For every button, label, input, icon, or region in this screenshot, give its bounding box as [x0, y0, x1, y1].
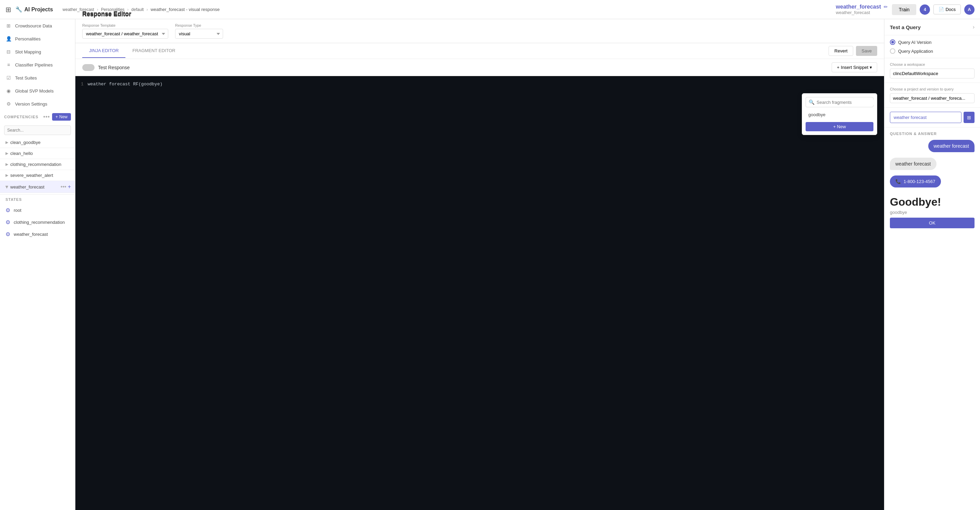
right-panel: Test a Query › Query AI Version Query Ap… [884, 19, 980, 510]
competency-plus-button[interactable]: + [68, 184, 71, 190]
arrow-down-icon: ▶ [5, 185, 9, 188]
competency-dots-button[interactable]: ••• [60, 184, 67, 190]
chevron-right-icon[interactable]: › [973, 24, 975, 30]
goodbye-action-button[interactable]: OK [890, 218, 975, 228]
competency-clean-goodbye[interactable]: ▶ clean_goodbye [0, 137, 75, 148]
grid-icon[interactable]: ⊞ [5, 5, 11, 14]
query-send-button[interactable]: ⊞ [964, 112, 975, 123]
competency-label: clean_goodbye [10, 140, 40, 145]
tab-toolbar-row: JINJA EDITOR FRAGMENT EDITOR Revert Save [75, 43, 884, 59]
project-name-link[interactable]: weather_forecast [836, 4, 881, 10]
competency-label: severe_weather_alert [10, 173, 53, 178]
state-clothing[interactable]: ⚙ clothing_recommendation [0, 216, 75, 228]
breadcrumb-level2[interactable]: default [131, 7, 143, 12]
states-label: STATES [5, 198, 22, 202]
competency-weather-forecast[interactable]: ▶ weather_forecast ••• + [0, 181, 75, 193]
response-template-select[interactable]: weather_forecast / weather_forecast [82, 29, 168, 39]
fragment-item-goodbye[interactable]: goodbye [806, 110, 873, 119]
classifier-icon: ≡ [5, 62, 12, 68]
project-version-select[interactable]: weather_forecast / weather_foreca... [890, 93, 975, 103]
radio-query-app[interactable]: Query Application [890, 48, 975, 54]
sidebar-label-global-svp: Global SVP Models [15, 88, 54, 94]
competency-search-input[interactable] [4, 126, 71, 135]
competency-severe-weather[interactable]: ▶ severe_weather_alert [0, 170, 75, 181]
top-navigation: ⊞ 🔧 AI Projects weather_forecast › Perso… [0, 0, 980, 19]
revert-button[interactable]: Revert [829, 46, 853, 56]
slot-mapping-icon: ⊟ [5, 49, 12, 55]
competency-clothing[interactable]: ▶ clothing_recommendation [0, 159, 75, 170]
response-type-group: Response Type visual [175, 23, 223, 39]
sidebar-item-global-svp[interactable]: ◉ Global SVP Models [0, 84, 75, 97]
query-input-field[interactable] [890, 112, 961, 123]
sidebar-label-personalities: Personalities [15, 36, 40, 41]
competencies-more-icon[interactable]: ••• [43, 114, 50, 120]
sidebar-item-version-settings[interactable]: ⚙ Version Settings [0, 97, 75, 110]
search-icon: 🔍 [809, 99, 815, 105]
bubble-weather-right: weather forecast [928, 140, 975, 152]
workspace-label: Choose a workspace [890, 62, 975, 67]
user-avatar[interactable]: A [964, 5, 975, 15]
radio-ai-circle [890, 40, 896, 45]
fragment-search-input[interactable] [816, 100, 874, 105]
goodbye-heading: Goodbye! [890, 196, 975, 209]
chevron-down-icon: ▾ [870, 65, 872, 70]
project-sub-label: weather_forecast [836, 10, 888, 15]
sidebar-item-crowdsource[interactable]: ⊞ Crowdsource Data [0, 19, 75, 32]
insert-snippet-button[interactable]: + Insert Snippet ▾ [832, 62, 877, 72]
qa-header-label: QUESTION & ANSWER [890, 132, 975, 136]
state-label-clothing: clothing_recommendation [14, 220, 65, 225]
radio-app-circle [890, 48, 896, 54]
tab-fragment-editor[interactable]: FRAGMENT EDITOR [126, 44, 182, 58]
competency-clean-hello[interactable]: ▶ clean_hello [0, 148, 75, 159]
tab-jinja-editor[interactable]: JINJA EDITOR [82, 44, 126, 58]
workspace-select[interactable]: clincDefaultWorkspace [890, 69, 975, 78]
new-label: New [59, 115, 67, 119]
sidebar-item-slot-mapping[interactable]: ⊟ Slot Mapping [0, 45, 75, 58]
notification-button[interactable]: 4 [920, 5, 930, 15]
sidebar-label-slot-mapping: Slot Mapping [15, 49, 41, 54]
plus-icon: + [56, 115, 58, 119]
sidebar-item-classifier[interactable]: ≡ Classifier Pipelines [0, 58, 75, 71]
bubble-phone[interactable]: 📞 1-800-123-4567 [890, 175, 941, 188]
test-response-toggle[interactable] [82, 64, 95, 71]
breadcrumb-current: weather_forecast - visual response [150, 7, 220, 12]
sidebar-label-test-suites: Test Suites [15, 75, 37, 81]
sidebar-item-personalities[interactable]: 👤 Personalities [0, 32, 75, 45]
competency-label: clean_hello [10, 151, 33, 156]
send-icon: ⊞ [967, 115, 971, 120]
code-area[interactable]: 1 weather forecast RF(goodbye) [75, 76, 884, 510]
personalities-icon: 👤 [5, 36, 12, 42]
query-input-section: ⊞ [885, 108, 980, 128]
phone-icon: 📞 [896, 179, 901, 184]
fragment-dropdown: 🔍 goodbye + New [802, 93, 877, 135]
edit-icon[interactable]: ✏ [884, 4, 888, 10]
docs-button[interactable]: 📄 Docs [934, 5, 961, 14]
right-panel-title: Test a Query [890, 24, 921, 30]
arrow-icon: ▶ [5, 151, 8, 156]
fragment-new-button[interactable]: + New [806, 122, 873, 131]
app-title: 🔧 AI Projects [16, 6, 53, 13]
workspace-section: Choose a workspace clincDefaultWorkspace [885, 58, 980, 83]
sidebar-item-test-suites[interactable]: ☑ Test Suites [0, 71, 75, 84]
sidebar-label-crowdsource: Crowdsource Data [15, 23, 52, 29]
train-button[interactable]: Train [892, 4, 916, 15]
insert-snippet-label: Insert Snippet [841, 65, 868, 70]
competencies-header: COMPETENCIES ••• + New [0, 110, 75, 123]
state-label-weather: weather_forecast [14, 232, 48, 237]
state-weather-forecast[interactable]: ⚙ weather_forecast [0, 228, 75, 240]
response-type-select[interactable]: visual [175, 29, 223, 39]
code-line-1: weather forecast RF(goodbye) [88, 81, 162, 87]
line-numbers: 1 [81, 81, 84, 505]
msg-right-1: weather forecast [890, 140, 975, 155]
chat-messages: weather forecast weather forecast 📞 1-80… [890, 140, 975, 228]
state-root[interactable]: ⚙ root [0, 204, 75, 216]
wrench-icon: 🔧 [16, 6, 22, 13]
radio-query-ai[interactable]: Query AI Version [890, 40, 975, 45]
save-button[interactable]: Save [856, 46, 877, 56]
response-template-group: Response Template weather_forecast / wea… [82, 23, 168, 39]
response-template-label: Response Template [82, 23, 168, 27]
radio-app-label: Query Application [898, 49, 933, 54]
response-type-label: Response Type [175, 23, 223, 27]
breadcrumb: weather_forecast › Personalities › defau… [63, 7, 818, 12]
competencies-new-button[interactable]: + New [52, 113, 71, 121]
